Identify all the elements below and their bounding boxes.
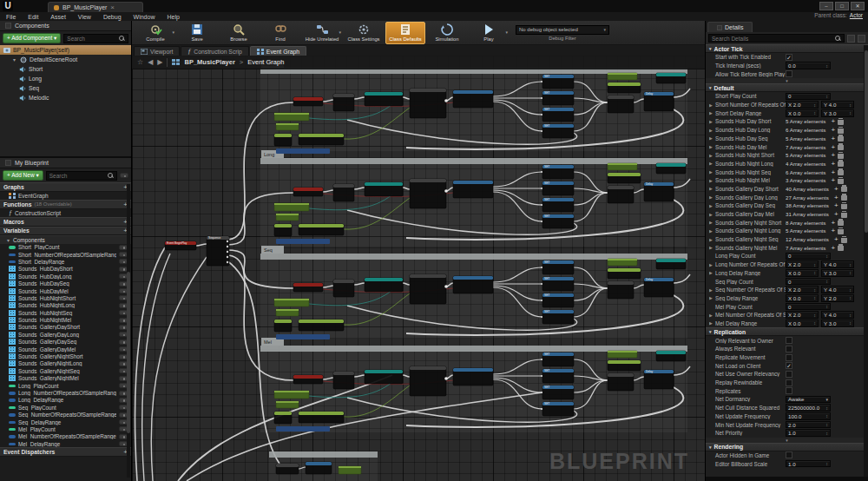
- blueprint-graph[interactable]: ShortLongSeqMelEvent BeginPlaySequenceSE…: [132, 56, 705, 481]
- array-clear-icon[interactable]: [838, 177, 844, 184]
- array-clear-icon[interactable]: [838, 219, 844, 226]
- component-seq[interactable]: Seq: [0, 83, 131, 93]
- x-field[interactable]: X 0.0↕: [786, 320, 819, 327]
- variable-row[interactable]: Seq_PlayCount: [0, 404, 131, 411]
- array-add-icon[interactable]: +: [834, 210, 838, 218]
- expander-icon[interactable]: ▾: [5, 237, 11, 243]
- property-matrix-icon[interactable]: [847, 35, 855, 43]
- expander-icon[interactable]: ▶: [709, 228, 713, 234]
- variable-row[interactable]: Sounds_GalleryNightSeq: [0, 367, 131, 374]
- checkbox[interactable]: [786, 371, 792, 378]
- variables-section-header[interactable]: Variables+: [0, 227, 131, 236]
- spinner-icon[interactable]: ↕: [825, 63, 828, 69]
- my-blueprint-tab[interactable]: My Blueprint: [0, 158, 131, 168]
- compile-button[interactable]: Compile▾: [135, 22, 175, 44]
- expander-icon[interactable]: ▶: [709, 262, 713, 267]
- details-section-default[interactable]: ▾Default: [706, 83, 868, 92]
- expander-icon[interactable]: ▶: [709, 320, 713, 326]
- checkbox[interactable]: [786, 387, 792, 394]
- array-clear-icon[interactable]: [841, 194, 847, 201]
- array-add-icon[interactable]: +: [831, 117, 835, 125]
- add-component-button[interactable]: + Add Component ▾: [3, 33, 61, 43]
- details-tab[interactable]: Details: [707, 22, 753, 32]
- array-clear-icon[interactable]: [838, 143, 844, 150]
- components-panel-tab[interactable]: Components: [0, 21, 131, 31]
- variable-row[interactable]: Mel_PlayCount: [0, 425, 131, 432]
- menu-file[interactable]: File: [0, 14, 22, 20]
- number-field[interactable]: 0.0↕: [786, 62, 831, 69]
- expander-icon[interactable]: ▶: [709, 102, 713, 108]
- number-field[interactable]: 0↕: [786, 278, 831, 286]
- array-add-icon[interactable]: +: [831, 219, 835, 227]
- forward-arrow-icon[interactable]: ▶: [157, 58, 162, 66]
- function-item-constructionscript[interactable]: ƒConstructionScript: [0, 209, 131, 218]
- details-section-replication[interactable]: ▾Replication: [706, 327, 868, 336]
- x-field[interactable]: X 0.0↕: [786, 269, 819, 277]
- expander-icon[interactable]: ▶: [709, 220, 713, 225]
- array-clear-icon[interactable]: [841, 211, 847, 218]
- breadcrumb-page[interactable]: Event Graph: [247, 58, 284, 66]
- expander-icon[interactable]: ▶: [709, 110, 713, 115]
- variable-row[interactable]: Short_PlayCount: [0, 244, 131, 251]
- dropdown-caret-icon[interactable]: ▾: [505, 30, 508, 35]
- number-field[interactable]: 0↕: [786, 303, 831, 311]
- favorite-star-icon[interactable]: ☆: [137, 58, 143, 66]
- array-clear-icon[interactable]: [838, 227, 844, 234]
- variables-category-components[interactable]: ▾Components: [0, 235, 131, 244]
- variable-row[interactable]: Short_NumberOfRepeatsOfSampleRange: [0, 251, 131, 258]
- variable-row[interactable]: Sounds_HubDayMel: [0, 287, 131, 294]
- number-field[interactable]: 0↕: [786, 253, 831, 260]
- asset-tab-bp-musicplayer[interactable]: BP_MusicPlayer ×: [48, 2, 143, 12]
- dropdown-caret-icon[interactable]: ▾: [339, 30, 341, 35]
- array-add-icon[interactable]: +: [834, 185, 838, 193]
- variable-row[interactable]: Mel_DelayRange: [0, 440, 131, 447]
- expander-icon[interactable]: ▶: [709, 178, 713, 183]
- component-bp-musicplayer-self-[interactable]: BP_MusicPlayer(self): [0, 45, 131, 55]
- view-options-icon[interactable]: [858, 35, 865, 43]
- array-add-icon[interactable]: +: [831, 126, 835, 134]
- array-add-icon[interactable]: +: [834, 235, 838, 243]
- graph-item-eventgraph[interactable]: EventGraph: [0, 192, 131, 201]
- spinner-icon[interactable]: ↕: [813, 320, 816, 326]
- event-dispatchers-section-header[interactable]: Event Dispatchers+: [0, 447, 131, 457]
- tab-close-icon[interactable]: ×: [110, 3, 115, 11]
- expander-icon[interactable]: ▶: [709, 161, 713, 166]
- x-field[interactable]: X 2.0↕: [786, 286, 819, 293]
- dropdown-field[interactable]: Awake▾: [786, 396, 831, 404]
- expander-icon[interactable]: ▶: [709, 135, 713, 141]
- array-clear-icon[interactable]: [841, 236, 847, 243]
- spinner-icon[interactable]: ↕: [849, 320, 852, 326]
- spinner-icon[interactable]: ↕: [825, 94, 828, 99]
- variable-row[interactable]: Sounds_GalleryNightShort: [0, 353, 131, 359]
- checkbox[interactable]: ✓: [786, 54, 792, 61]
- array-add-icon[interactable]: +: [831, 176, 835, 184]
- visibility-filter-icon[interactable]: [120, 173, 128, 178]
- array-add-icon[interactable]: +: [831, 135, 835, 142]
- variable-row[interactable]: Sounds_GalleryNightMel: [0, 375, 131, 382]
- component-long[interactable]: Long: [0, 74, 131, 83]
- tab-viewport[interactable]: Viewport: [134, 46, 180, 56]
- y-field[interactable]: Y 3.0↕: [821, 109, 854, 117]
- graph-canvas[interactable]: ☆ ◀ ▶ BP_MusicPlayer > Event Graph Short…: [132, 56, 705, 481]
- spinner-icon[interactable]: ↕: [813, 287, 816, 293]
- spinner-icon[interactable]: ↕: [825, 461, 828, 466]
- class-settings-button[interactable]: Class Settings: [344, 22, 384, 44]
- details-section-actor-tick[interactable]: ▾Actor Tick: [706, 44, 868, 53]
- x-field[interactable]: X 2.0↕: [786, 101, 819, 109]
- array-add-icon[interactable]: +: [831, 244, 835, 252]
- details-scrollbar[interactable]: [864, 45, 868, 481]
- expander-icon[interactable]: ▶: [709, 203, 713, 208]
- array-clear-icon[interactable]: [838, 127, 844, 134]
- spinner-icon[interactable]: ↕: [849, 110, 852, 115]
- functions-section-header[interactable]: Functions(18 Overridable)+: [0, 200, 131, 209]
- spinner-icon[interactable]: ↕: [825, 431, 828, 436]
- array-add-icon[interactable]: +: [831, 227, 835, 234]
- add-new-button[interactable]: + Add New ▾: [3, 170, 43, 181]
- number-field[interactable]: 2.0↕: [786, 421, 831, 429]
- minimize-button[interactable]: –: [819, 2, 833, 10]
- variable-row[interactable]: Sounds_HubNightMel: [0, 316, 131, 323]
- spinner-icon[interactable]: ↕: [813, 102, 816, 108]
- spinner-icon[interactable]: ↕: [825, 413, 828, 418]
- variable-row[interactable]: Sounds_GalleryDayLong: [0, 331, 131, 338]
- variable-row[interactable]: Sounds_HubDayLong: [0, 273, 131, 280]
